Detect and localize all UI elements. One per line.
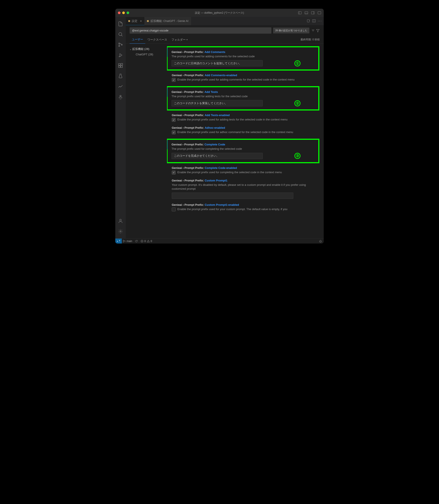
setting-description: The prompt prefix used for completing th… xyxy=(171,147,315,151)
setting-value-input[interactable] xyxy=(172,192,293,199)
tab-label: 拡張機能: ChatGPT - Genie AI xyxy=(150,19,188,23)
chart-icon[interactable] xyxy=(115,81,126,92)
scope-workspace-tab[interactable]: ワークスペース xyxy=(145,36,169,44)
maximize-window-button[interactable] xyxy=(127,12,129,14)
setting-description: Enable the prompt prefix used for comple… xyxy=(177,170,282,174)
svg-rect-13 xyxy=(119,64,120,65)
activity-bottom xyxy=(115,216,126,237)
tab-modified-indicator xyxy=(128,20,130,22)
debug-icon[interactable] xyxy=(115,50,126,60)
explorer-icon[interactable] xyxy=(115,19,126,29)
traffic-lights xyxy=(118,12,129,14)
setting-add-comments-enabled: Genieai › Prompt Prefix: Add Comments-en… xyxy=(167,73,319,82)
setting-title: Genieai › Prompt Prefix: Add Comments xyxy=(171,50,315,54)
source-control-icon[interactable] xyxy=(115,39,126,50)
panel-right-icon[interactable] xyxy=(311,11,315,14)
setting-checkbox[interactable]: ✓ xyxy=(172,131,176,134)
settings-main: ⌄ 拡張機能 (28) ChatGPT (28) Genieai › Promp… xyxy=(126,44,324,238)
scope-user-tab[interactable]: ユーザー xyxy=(130,36,145,44)
remote-indicator[interactable] xyxy=(115,239,122,244)
titlebar[interactable]: 設定 — dotfiles_python2 (ワークスペース) xyxy=(115,9,324,17)
tab-extension[interactable]: 拡張機能: ChatGPT - Genie AI xyxy=(144,17,191,25)
setting-custom-prompt1: Genieai › Prompt Prefix: Custom Prompt1 … xyxy=(167,179,319,199)
panel-left-icon[interactable] xyxy=(298,11,302,14)
problems[interactable]: 0 0 xyxy=(140,240,152,243)
search-actions xyxy=(311,29,320,33)
open-settings-json-icon[interactable] xyxy=(306,19,310,23)
scope-tabs: ユーザー ワークスペース フォルダー ▾ 最終同期: 0 秒前 xyxy=(126,36,324,44)
tab-modified-indicator xyxy=(147,20,149,22)
setting-add-tests-enabled: Genieai › Prompt Prefix: Add Tests-enabl… xyxy=(167,114,319,122)
svg-point-9 xyxy=(119,43,120,44)
notifications-icon[interactable] xyxy=(319,240,322,243)
git-branch[interactable]: main xyxy=(123,240,132,243)
sync-status[interactable]: 最終同期: 0 秒前 xyxy=(301,38,320,41)
setting-description: Enable the prompt prefix used for adding… xyxy=(177,118,287,121)
setting-add-tests: Genieai › Prompt Prefix: Add Tests The p… xyxy=(167,86,319,110)
chevron-down-icon: ⌄ xyxy=(130,48,131,50)
layout-icon[interactable] xyxy=(318,11,321,14)
svg-rect-2 xyxy=(305,12,308,14)
testing-icon[interactable] xyxy=(115,71,126,81)
genie-icon[interactable] xyxy=(115,92,126,102)
setting-checkbox[interactable] xyxy=(172,207,176,211)
svg-rect-14 xyxy=(119,66,120,68)
tab-label: 設定 xyxy=(132,19,137,23)
setting-custom-prompt1-enabled: Genieai › Prompt Prefix: Custom Prompt1-… xyxy=(167,203,319,211)
activity-bar xyxy=(115,17,126,238)
svg-rect-16 xyxy=(121,63,123,65)
tab-settings[interactable]: 設定 × xyxy=(126,17,144,25)
svg-rect-0 xyxy=(298,12,301,14)
setting-description: Enable the prompt prefix used for adhoc … xyxy=(177,130,293,134)
setting-value-input[interactable] xyxy=(171,60,263,66)
svg-point-28 xyxy=(125,241,125,241)
sync-icon[interactable] xyxy=(135,240,138,243)
setting-checkbox[interactable]: ✓ xyxy=(172,78,176,82)
title-actions xyxy=(298,11,321,14)
annotation-badge-2: ② xyxy=(294,100,301,106)
svg-point-10 xyxy=(119,46,120,47)
setting-complete-code: Genieai › Prompt Prefix: Complete Code T… xyxy=(167,139,319,163)
setting-title: Genieai › Prompt Prefix: Adhoc-enabled xyxy=(172,126,319,129)
setting-value-input[interactable] xyxy=(171,100,263,106)
more-actions-icon[interactable]: ··· xyxy=(318,19,322,23)
setting-adhoc-enabled: Genieai › Prompt Prefix: Adhoc-enabled ✓… xyxy=(167,126,319,134)
scope-folder-tab[interactable]: フォルダー ▾ xyxy=(169,36,190,44)
account-icon[interactable] xyxy=(115,216,126,226)
svg-rect-15 xyxy=(121,66,122,68)
tab-close-button[interactable]: × xyxy=(140,19,142,23)
settings-search-input[interactable] xyxy=(130,27,271,34)
close-window-button[interactable] xyxy=(118,12,121,14)
main-layout: 設定 × 拡張機能: ChatGPT - Genie AI ··· 28 個の設… xyxy=(115,17,324,238)
toc-chatgpt[interactable]: ChatGPT (28) xyxy=(126,52,167,57)
svg-point-27 xyxy=(123,241,124,242)
filter-icon[interactable] xyxy=(316,29,320,33)
status-bar: main 0 0 xyxy=(115,238,324,243)
clear-search-icon[interactable] xyxy=(311,29,315,33)
setting-description: The prompt prefix used for adding commen… xyxy=(171,54,315,58)
svg-rect-6 xyxy=(318,12,321,14)
chevron-down-icon: ▾ xyxy=(186,38,188,41)
extensions-icon[interactable] xyxy=(115,60,126,71)
setting-checkbox[interactable]: ✓ xyxy=(172,171,176,175)
tabs-bar: 設定 × 拡張機能: ChatGPT - Genie AI ··· xyxy=(126,17,324,25)
svg-point-20 xyxy=(120,231,121,232)
settings-search-row: 28 個の設定が見つかりました xyxy=(126,25,324,36)
toc-extensions[interactable]: ⌄ 拡張機能 (28) xyxy=(126,46,167,52)
vscode-window: 設定 — dotfiles_python2 (ワークスペース) xyxy=(115,9,324,243)
settings-gear-icon[interactable] xyxy=(115,226,126,237)
setting-value-input[interactable] xyxy=(171,153,263,159)
minimize-window-button[interactable] xyxy=(122,12,125,14)
settings-body: 28 個の設定が見つかりました ユーザー ワークスペース フォルダー ▾ 最終同… xyxy=(126,25,324,238)
search-result-count: 28 個の設定が見つかりました xyxy=(273,28,309,33)
settings-toc: ⌄ 拡張機能 (28) ChatGPT (28) xyxy=(126,44,167,238)
setting-checkbox[interactable]: ✓ xyxy=(172,118,176,122)
setting-title: Genieai › Prompt Prefix: Custom Prompt1-… xyxy=(172,203,319,206)
settings-list[interactable]: Genieai › Prompt Prefix: Add Comments Th… xyxy=(167,44,324,238)
setting-description: Your custom prompt. It's disabled by def… xyxy=(172,183,319,191)
split-editor-icon[interactable] xyxy=(312,19,316,23)
panel-bottom-icon[interactable] xyxy=(305,11,308,14)
setting-title: Genieai › Prompt Prefix: Complete Code xyxy=(171,143,315,146)
search-icon[interactable] xyxy=(115,29,126,39)
setting-title: Genieai › Prompt Prefix: Add Tests xyxy=(171,90,315,94)
